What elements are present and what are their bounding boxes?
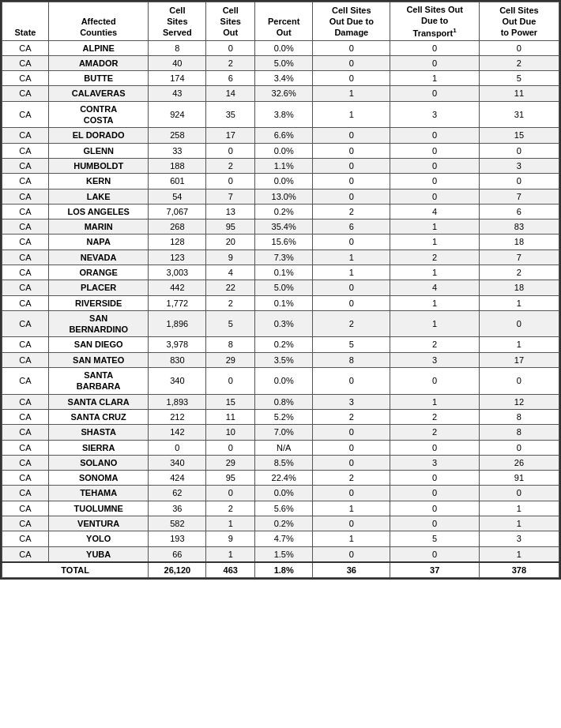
table-cell: 0 <box>313 71 390 86</box>
table-cell: 54 <box>149 189 206 204</box>
table-row: CAPLACER442225.0%0418 <box>2 280 559 295</box>
table-cell: 0 <box>313 55 390 70</box>
col-header-pct: PercentOut <box>255 2 313 41</box>
table-cell: 0 <box>149 440 206 455</box>
table-cell: 3 <box>390 352 479 367</box>
table-row: CASONOMA4249522.4%2091 <box>2 471 559 486</box>
table-cell: 7.3% <box>255 250 313 265</box>
table-cell: EL DORADO <box>48 128 148 143</box>
table-row: CASANBERNARDINO1,89650.3%210 <box>2 310 559 337</box>
table-cell: CA <box>2 440 49 455</box>
table-cell: KERN <box>48 174 148 189</box>
table-cell: 1,896 <box>149 310 206 337</box>
table-cell: 91 <box>479 471 559 486</box>
table-cell: 0.2% <box>255 337 313 352</box>
table-cell: 1 <box>390 394 479 409</box>
table-cell: SANTA CRUZ <box>48 409 148 424</box>
table-cell: 3.8% <box>255 101 313 128</box>
table-row: CASANTA CRUZ212115.2%228 <box>2 409 559 424</box>
table-cell: 33 <box>149 143 206 158</box>
table-cell: 3 <box>479 158 559 173</box>
table-cell: 40 <box>149 55 206 70</box>
table-cell: 212 <box>149 409 206 424</box>
table-cell: 1 <box>206 546 255 562</box>
table-row: CASAN MATEO830293.5%8317 <box>2 352 559 367</box>
table-cell: 2 <box>313 204 390 219</box>
table-cell: 0 <box>206 143 255 158</box>
table-cell: 0.3% <box>255 310 313 337</box>
table-cell: SANTABARBARA <box>48 368 148 395</box>
table-cell: CA <box>2 71 49 86</box>
table-cell: 95 <box>206 471 255 486</box>
table-cell: CA <box>2 486 49 501</box>
table-cell: YUBA <box>48 546 148 562</box>
table-cell: SHASTA <box>48 425 148 440</box>
col-header-transport: Cell Sites OutDue toTransport1 <box>390 2 479 41</box>
table-cell: 14 <box>206 86 255 101</box>
col-header-power: Cell SitesOut Dueto Power <box>479 2 559 41</box>
table-row: CASOLANO340298.5%0326 <box>2 455 559 470</box>
table-cell: 11 <box>206 409 255 424</box>
table-cell: CA <box>2 189 49 204</box>
table-cell: 5.0% <box>255 280 313 295</box>
table-cell: 0.0% <box>255 368 313 395</box>
table-row: CALOS ANGELES7,067130.2%246 <box>2 204 559 219</box>
table-cell: CA <box>2 86 49 101</box>
table-cell: 1 <box>390 265 479 280</box>
table-cell: 0 <box>390 516 479 531</box>
table-cell: 2 <box>390 425 479 440</box>
table-cell: CA <box>2 280 49 295</box>
table-cell: HUMBOLDT <box>48 158 148 173</box>
table-cell: 582 <box>149 516 206 531</box>
table-cell: 0 <box>206 174 255 189</box>
table-cell: 0 <box>390 189 479 204</box>
table-cell: ALPINE <box>48 40 148 55</box>
main-table-wrapper: StateAffectedCountiesCellSitesServedCell… <box>0 0 561 580</box>
table-footer-row: TOTAL26,1204631.8%3637378 <box>2 562 559 578</box>
table-cell: CA <box>2 368 49 395</box>
table-cell: 1 <box>206 516 255 531</box>
table-cell: CA <box>2 394 49 409</box>
table-cell: 7,067 <box>149 204 206 219</box>
table-cell: 5 <box>313 337 390 352</box>
table-cell: CA <box>2 295 49 310</box>
table-cell: 1 <box>479 337 559 352</box>
table-cell: SONOMA <box>48 471 148 486</box>
table-cell: 1 <box>390 220 479 235</box>
table-cell: 2 <box>206 295 255 310</box>
table-row: CANAPA1282015.6%0118 <box>2 235 559 250</box>
table-cell: ORANGE <box>48 265 148 280</box>
table-cell: CA <box>2 337 49 352</box>
table-cell: 1 <box>390 310 479 337</box>
table-cell: 10 <box>206 425 255 440</box>
table-cell: CA <box>2 516 49 531</box>
table-cell: 0 <box>313 425 390 440</box>
table-row: CASANTABARBARA34000.0%000 <box>2 368 559 395</box>
table-cell: 193 <box>149 531 206 546</box>
table-cell: 8 <box>479 425 559 440</box>
table-cell: 1 <box>390 71 479 86</box>
table-cell: LAKE <box>48 189 148 204</box>
table-cell: 0 <box>313 158 390 173</box>
table-row: CASANTA CLARA1,893150.8%3112 <box>2 394 559 409</box>
table-cell: 1 <box>313 101 390 128</box>
table-cell: 0 <box>313 516 390 531</box>
table-cell: 26 <box>479 455 559 470</box>
table-cell: 29 <box>206 352 255 367</box>
table-cell: 20 <box>206 235 255 250</box>
table-cell: 8 <box>479 409 559 424</box>
table-cell: 5 <box>479 71 559 86</box>
table-cell: 2 <box>390 337 479 352</box>
table-cell: 123 <box>149 250 206 265</box>
table-cell: 0.0% <box>255 40 313 55</box>
table-cell: 0 <box>479 486 559 501</box>
table-row: CAVENTURA58210.2%001 <box>2 516 559 531</box>
table-cell: 1 <box>313 501 390 516</box>
table-cell: 36 <box>149 501 206 516</box>
table-cell: 3 <box>390 101 479 128</box>
table-cell: 188 <box>149 158 206 173</box>
table-cell: BUTTE <box>48 71 148 86</box>
table-cell: 18 <box>479 280 559 295</box>
table-cell: 0 <box>390 128 479 143</box>
table-cell: 0 <box>479 310 559 337</box>
